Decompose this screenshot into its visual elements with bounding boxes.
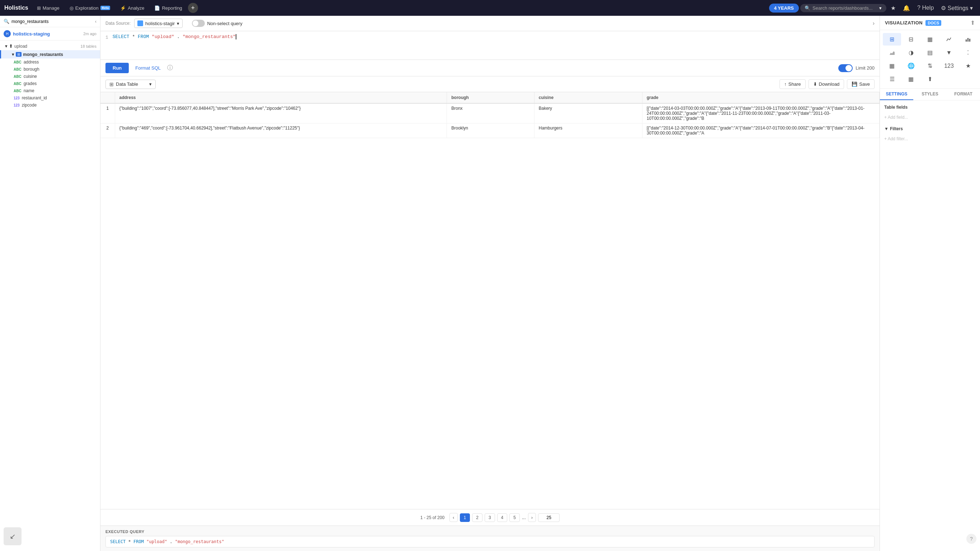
right-upload-icon[interactable]: ⬆ [970,19,975,26]
limit-area: Limit 200 [838,64,875,72]
page-3-button[interactable]: 3 [485,513,495,522]
help-button[interactable]: ? Help [914,3,937,13]
table-row-mongo-restaurants[interactable]: ▾ ⊞ mongo_restaurants [0,50,100,59]
results-actions: ↑ Share ⬇ Download 💾 Save [780,79,875,89]
page-4-button[interactable]: 4 [497,513,508,522]
page-size-input[interactable] [538,513,560,522]
add-new-button[interactable]: + [188,3,198,13]
borough-cell: Brooklyn [447,123,535,138]
exec-from-keyword: FROM [134,539,144,544]
filter-icon: ▼ [884,126,889,131]
query-toolbar: Run Format SQL ⓘ Limit 200 [100,60,880,76]
viz-table-button[interactable]: ⊞ [883,33,901,46]
viz-number-button[interactable]: 123 [940,59,958,72]
viz-upload-button[interactable]: ⬆ [921,73,939,85]
prev-page-button[interactable]: ‹ [449,513,457,522]
table-row: 2 {"building":"469","coord":[-73.961704,… [100,123,880,138]
viz-scatter-button[interactable]: ⁚ [959,46,977,59]
viz-pivot-button[interactable]: ⊟ [902,33,920,46]
sidebar-search-bar[interactable]: 🔍 ‹ [0,16,100,27]
row-num-header [100,92,115,104]
viz-area-button[interactable] [883,46,901,59]
download-button[interactable]: ⬇ Download [808,79,845,89]
schema-row[interactable]: ▾ ⬆ upload 18 tables [0,42,100,50]
non-select-toggle[interactable] [192,20,205,27]
viz-star-button[interactable]: ★ [959,59,977,72]
nav-manage[interactable]: ⊞ Manage [33,3,64,13]
filter-section: ▼ Filters + Add filter... [884,126,976,143]
sql-dot: . [177,34,180,40]
sql-schema-string: "upload" [152,34,174,40]
sidebar-collapse-button[interactable]: ‹ [95,19,97,24]
page-5-button[interactable]: 5 [509,513,520,522]
bottom-left-icon-button[interactable]: ↙ [3,527,22,545]
sql-table-string: "mongo_restaurants" [183,34,236,40]
viz-filter-button[interactable]: ▼ [940,46,958,59]
tab-format[interactable]: FORMAT [947,89,980,100]
tab-settings[interactable]: SETTINGS [880,89,913,100]
limit-toggle[interactable] [838,64,853,72]
viz-stacked-button[interactable]: ▤ [921,46,939,59]
search-input[interactable] [813,5,877,11]
docs-button[interactable]: DOCS [926,20,941,26]
panel-expand-arrow[interactable]: › [873,20,875,27]
notifications-button[interactable]: 🔔 [900,3,913,13]
viz-heatmap-button[interactable]: ▦ [902,73,920,85]
svg-rect-1 [967,38,969,41]
cuisine-cell: Hamburgers [534,123,642,138]
datasource-select[interactable]: holistics-stagir ▾ [134,19,183,28]
format-sql-button[interactable]: Format SQL [132,64,164,72]
field-row-cuisine: ABC cuisine [0,73,100,80]
table-type-badge: ⊞ [16,52,22,57]
viz-line-button[interactable] [940,33,958,46]
sql-editor[interactable]: 1 SELECT * FROM "upload" . "mongo_restau… [100,31,880,60]
favorites-button[interactable]: ★ [888,3,899,13]
nav-analyze[interactable]: ⚡ Analyze [116,3,148,13]
share-icon: ↑ [784,81,787,87]
col-header-grade: grade [642,92,879,104]
field-name: restaurant_id [22,96,47,100]
page-2-button[interactable]: 2 [472,513,482,522]
help-query-icon[interactable]: ⓘ [167,64,173,72]
share-button[interactable]: ↑ Share [780,79,805,89]
results-area: ⊞ Data Table ▾ ↑ Share ⬇ Download 💾 [100,76,880,551]
page-1-button[interactable]: 1 [460,513,470,522]
viz-treemap-button[interactable]: ▦ [883,59,901,72]
datasource-name: holistics-stagir [145,21,175,26]
viz-bar-button[interactable]: ▦ [921,33,939,46]
help-floating-button[interactable]: ? [966,534,977,544]
sidebar-content: H holistics-staging 2m ago ▾ ⬆ upload 18… [0,27,100,551]
tab-styles[interactable]: STYLES [913,89,947,100]
field-name: address [24,59,39,65]
sql-from-keyword: FROM [138,34,149,40]
sidebar: 🔍 ‹ H holistics-staging 2m ago ▾ ⬆ uploa… [0,16,100,551]
viz-column-button[interactable] [959,33,977,46]
next-page-button[interactable]: › [528,513,536,522]
right-panel-body: Table fields + Add field... ▼ Filters + … [880,100,980,551]
viz-icons-grid: ⊞ ⊟ ▦ ◑ ▤ ▼ ⁚ ▦ 🌐 ⇅ 123 ★ ☰ ▦ ⬆ [880,30,980,89]
sidebar-search-input[interactable] [11,19,93,24]
run-button[interactable]: Run [105,63,129,73]
settings-button[interactable]: ⚙ Settings ▾ [938,3,976,13]
grade-cell: [{"date":"2014-12-30T00:00:00.000Z","gra… [642,123,879,138]
chart-type-select[interactable]: ⊞ Data Table ▾ [105,80,156,89]
add-filter-button[interactable]: + Add filter... [884,134,976,143]
viz-title: VISUALIZATION [885,20,923,25]
viz-globe-button[interactable]: 🌐 [902,59,920,72]
viz-sort-button[interactable]: ⇅ [921,59,939,72]
viz-list-button[interactable]: ☰ [883,73,901,85]
database-name: holistics-staging [13,31,50,37]
add-field-button[interactable]: + Add field... [884,113,976,122]
years-filter-button[interactable]: 4 YEARS [769,3,799,13]
nav-exploration[interactable]: ◎ Exploration Beta [65,3,115,13]
pagination-bar: 1 - 25 of 200 ‹ 1 2 3 4 5 ... › [100,509,880,526]
viz-pie-button[interactable]: ◑ [902,46,920,59]
sql-code-line: SELECT * FROM "upload" . "mongo_restaura… [113,34,236,57]
field-type-label: ABC [14,75,22,78]
download-icon: ⬇ [813,81,817,87]
nav-reporting[interactable]: 📄 Reporting [150,3,186,13]
global-search-bar[interactable]: 🔍 ▾ [800,4,886,12]
save-button[interactable]: 💾 Save [847,79,875,89]
limit-toggle-knob [845,65,852,72]
search-icon: 🔍 [805,5,810,11]
